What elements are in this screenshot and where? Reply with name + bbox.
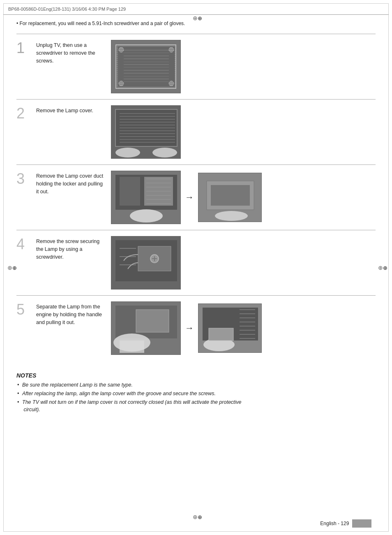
step-row-4: 4 Remove the screw securing the Lamp by …	[16, 230, 376, 295]
step-images-2	[111, 105, 376, 159]
svg-point-49	[215, 211, 248, 221]
step-images-3: →	[111, 171, 376, 224]
crosshair-left: ⊕	[7, 264, 14, 271]
step5b-image	[198, 303, 262, 353]
note-item-2: After replacing the lamp, align the lamp…	[16, 390, 376, 398]
step2-image	[111, 105, 181, 159]
svg-point-16	[119, 81, 124, 86]
step-number-3: 3	[16, 171, 31, 186]
main-content: • For replacement, you will need a 5.91-…	[16, 21, 376, 510]
step-desc-3: Remove the Lamp cover duct holding the l…	[36, 171, 106, 195]
step-row-1: 1 Unplug TV, then use a screwdriver to r…	[16, 34, 376, 99]
step5-arrow: →	[185, 323, 194, 334]
svg-rect-0	[111, 40, 180, 93]
svg-point-31	[115, 148, 140, 157]
svg-rect-1	[118, 46, 175, 87]
step-images-4	[111, 236, 376, 290]
step1-image	[111, 40, 181, 93]
step-number-5: 5	[16, 301, 31, 317]
step4-image	[111, 236, 181, 290]
svg-rect-61	[136, 310, 169, 332]
note-item-1: Be sure the replacement Lamp is the same…	[16, 381, 376, 389]
notes-title: NOTES	[16, 372, 376, 379]
svg-rect-75	[209, 328, 233, 340]
step-number-2: 2	[16, 105, 31, 121]
svg-point-14	[119, 47, 124, 52]
step-row-3: 3 Remove the Lamp cover duct holding the…	[16, 164, 376, 230]
svg-rect-48	[211, 185, 250, 206]
svg-point-15	[169, 47, 174, 52]
svg-rect-63	[120, 340, 144, 353]
step-desc-1: Unplug TV, then use a screwdriver to rem…	[36, 40, 106, 65]
step-images-1	[111, 40, 376, 93]
step-number-4: 4	[16, 236, 31, 252]
step-row-2: 2 Remove the Lamp cover.	[16, 99, 376, 164]
crosshair-bottom: ⊕	[193, 514, 199, 520]
step-row-5: 5 Separate the Lamp from the engine by h…	[16, 295, 376, 361]
step3a-image	[111, 171, 181, 224]
footer-text: English - 129	[320, 521, 349, 526]
notes-list: Be sure the replacement Lamp is the same…	[16, 381, 376, 414]
header-text: BP68-00586D-01Eng(128-131) 3/16/06 4:30 …	[8, 7, 384, 12]
intro-text: • For replacement, you will need a 5.91-…	[16, 21, 376, 26]
note-item-3: The TV will not turn on if the lamp cove…	[16, 398, 376, 414]
crosshair-right: ⊕	[378, 264, 385, 271]
step3-arrow: →	[185, 192, 194, 203]
svg-point-17	[169, 81, 174, 86]
notes-section: NOTES Be sure the replacement Lamp is th…	[16, 369, 376, 414]
footer: English - 129	[320, 519, 371, 528]
svg-point-45	[130, 209, 163, 222]
step-desc-5: Separate the Lamp from the engine by hol…	[36, 301, 106, 326]
step-desc-2: Remove the Lamp cover.	[36, 105, 106, 115]
step3b-image	[198, 173, 262, 222]
step-desc-4: Remove the screw securing the Lamp by us…	[36, 236, 106, 261]
step-number-1: 1	[16, 40, 31, 56]
step5a-image	[111, 301, 181, 355]
footer-page-box	[352, 519, 371, 528]
svg-rect-36	[120, 177, 140, 206]
header-line: BP68-00586D-01Eng(128-131) 3/16/06 4:30 …	[3, 3, 389, 15]
step-images-5: →	[111, 301, 376, 355]
svg-point-32	[152, 148, 177, 157]
steps-container: 1 Unplug TV, then use a screwdriver to r…	[16, 34, 376, 361]
